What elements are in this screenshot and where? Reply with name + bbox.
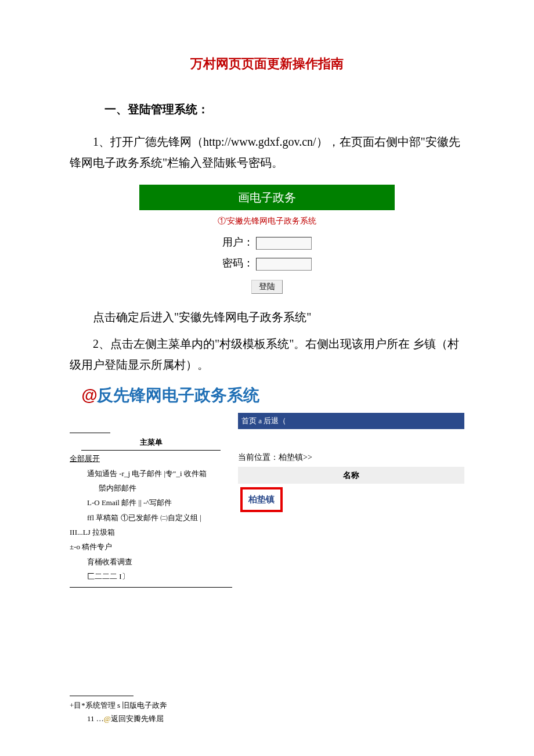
- sidebar-item[interactable]: L-O Email 邮件 || -^写邮件: [87, 496, 232, 509]
- paragraph-2: 点击确定后进入"安徽先锋网电子政务系统": [70, 307, 464, 327]
- location-value: 柏垫镇>>: [279, 453, 312, 462]
- at-icon: @: [104, 714, 111, 723]
- footer-block: +目*系统管理 s 旧版电子政奔 11 …@返回安瓣先锋屈: [70, 696, 464, 726]
- at-icon: @: [81, 386, 97, 404]
- login-panel: 画电子政务 ①'安撇先锋网电子政务系统 用户： 密码： 登陆: [139, 185, 395, 295]
- footer-line-2: 11 …@返回安瓣先锋屈: [87, 712, 464, 725]
- footer-rest: 返回安瓣先锋屈: [111, 714, 164, 723]
- user-label: 用户：: [222, 236, 254, 248]
- paragraph-3: 2、点击左侧主菜单内的"村级模板系统"。右侧出现该用户所在 乡镇（村级用户登陆显…: [70, 333, 464, 375]
- sidebar-item[interactable]: 通知通告 -r_j 电子邮件 |专"_i 收件箱: [87, 467, 232, 480]
- highlighted-town-link[interactable]: 柏垫镇: [240, 487, 283, 512]
- login-header: 画电子政务: [139, 185, 395, 210]
- password-input[interactable]: [256, 258, 312, 271]
- doc-title: 万村网页页面更新操作指南: [70, 52, 464, 75]
- footer-prefix: 11 …: [87, 714, 104, 723]
- sidebar-item[interactable]: ffl 草稿箱 ①已发邮件 ㈡自定义组 |: [87, 511, 232, 524]
- top-nav-bar: 首页 a 后退（: [238, 413, 464, 429]
- breadcrumb: 当前位置：柏垫镇>>: [238, 450, 464, 465]
- sidebar-item[interactable]: 鬃内部邮件: [99, 481, 232, 495]
- password-label: 密码：: [222, 257, 254, 269]
- system-title-text: 反先锋网电子政务系统: [97, 386, 259, 404]
- user-input[interactable]: [256, 237, 312, 250]
- main-panel: 当前位置：柏垫镇>> 名称 柏垫镇: [238, 433, 464, 591]
- sidebar-item[interactable]: III...LJ 拉圾箱: [70, 525, 232, 539]
- sidebar-item[interactable]: 匚二二二 I〕: [87, 570, 232, 583]
- location-label: 当前位置：: [238, 453, 279, 462]
- expand-all-link[interactable]: 全部展开: [70, 454, 100, 463]
- system-title: @反先锋网电子政务系统: [81, 381, 464, 410]
- sidebar-item[interactable]: 育桶收看调查: [87, 555, 232, 568]
- paragraph-1: 1、打开广德先锋网（http://www.gdxf.gov.cn/），在页面右侧…: [70, 131, 464, 173]
- login-button[interactable]: 登陆: [251, 280, 283, 294]
- footer-line-1: +目*系统管理 s 旧版电子政奔: [70, 699, 464, 712]
- sidebar: 主菜单 全部展开 通知通告 -r_j 电子邮件 |专"_i 收件箱 鬃内部邮件 …: [70, 433, 232, 591]
- name-column-header: 名称: [238, 467, 464, 484]
- login-subtitle: ①'安撇先锋网电子政务系统: [139, 214, 395, 228]
- sidebar-header: 主菜单: [81, 435, 221, 451]
- section-1-heading: 一、登陆管理系统：: [104, 99, 464, 120]
- sidebar-group-head[interactable]: ±-o 稿件专户: [70, 540, 232, 553]
